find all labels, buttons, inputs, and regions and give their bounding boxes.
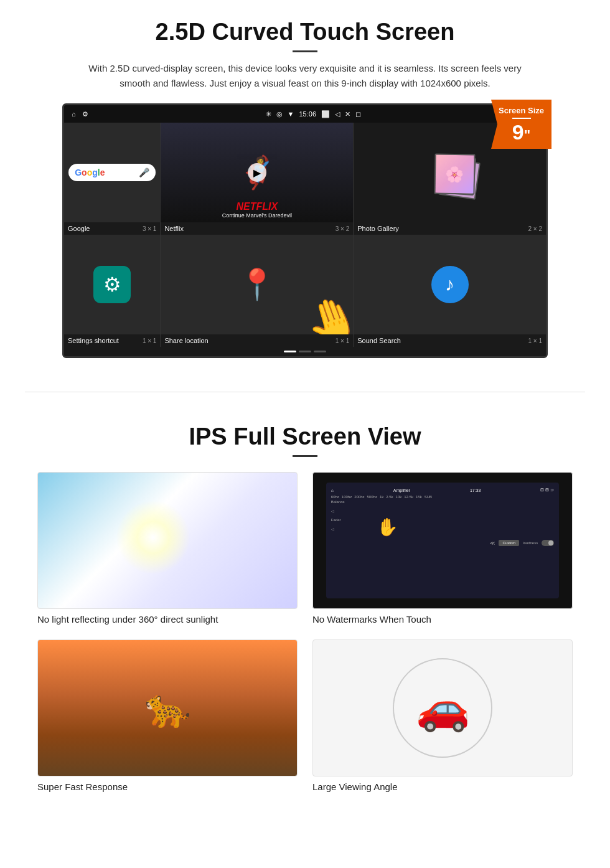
wifi-icon: ▼: [288, 110, 294, 118]
amplifier-image: ⌂ Amplifier 17:33 ⊡ ⊟ ⊃ 60hz100hz200hz50…: [312, 472, 573, 609]
feature-item-amplifier: ⌂ Amplifier 17:33 ⊡ ⊟ ⊃ 60hz100hz200hz50…: [312, 472, 573, 625]
app-cell-netflix[interactable]: 🦸 ▶ NETFLIX Continue Marvel's Daredevil …: [161, 123, 354, 235]
amp-home-icon: ⌂: [331, 488, 334, 493]
section1-description: With 2.5D curved-display screen, this de…: [87, 61, 523, 91]
feature-grid: No light reflecting under 360° direct su…: [37, 472, 573, 792]
feature-label-angle: Large Viewing Angle: [312, 781, 573, 792]
google-label-row: Google 3 × 1: [64, 222, 160, 235]
app-grid-row2: ⚙ Settings shortcut 1 × 1 📍 🤚: [64, 235, 546, 347]
section-separator: [25, 392, 585, 392]
badge-label: Screen Size: [499, 106, 544, 115]
music-note-icon: ♪: [445, 274, 454, 295]
share-app-name: Share location: [164, 337, 208, 344]
share-preview: 📍 🤚: [161, 235, 353, 334]
feature-item-sunlight: No light reflecting under 360° direct su…: [37, 472, 298, 625]
app-cell-sound[interactable]: ♪ Sound Search 1 × 1: [354, 235, 546, 347]
dot-2: [299, 351, 311, 352]
camera-icon: ⬜: [321, 110, 330, 118]
app-grid-row1: Google 🎤 Google 3 × 1 🦸: [64, 123, 546, 235]
gallery-app-dim: 2 × 2: [528, 225, 542, 232]
bluetooth-icon: ✳: [266, 110, 271, 118]
amp-icons: ⊡ ⊟ ⊃: [540, 488, 554, 493]
amp-freq-labels: 60hz100hz200hz500hz1k2.5k10k12.5k15kSUB: [331, 495, 554, 499]
netflix-preview: 🦸 ▶ NETFLIX Continue Marvel's Daredevil: [161, 123, 353, 222]
share-app-dim: 1 × 1: [336, 337, 350, 344]
section2-title: IPS Full Screen View: [37, 423, 573, 450]
feature-item-cheetah: 🐆 Super Fast Response: [37, 639, 298, 792]
amp-equalizer: [351, 500, 373, 537]
gear-icon: ⚙: [103, 273, 121, 296]
status-center: ✳ ◎ ▼ 15:06 ⬜ ◁ ✕ ◻: [88, 110, 538, 118]
sound-label-row: Sound Search 1 × 1: [354, 334, 546, 347]
app-cell-share[interactable]: 📍 🤚 Share location 1 × 1: [161, 235, 354, 347]
netflix-subtitle: Continue Marvel's Daredevil: [166, 212, 348, 219]
play-button[interactable]: ▶: [248, 163, 266, 182]
amp-side-labels: Balance◁Fader◁: [331, 500, 350, 537]
cheetah-emoji: 🐆: [144, 686, 191, 730]
settings-label-row: Settings shortcut 1 × 1: [64, 334, 160, 347]
custom-button[interactable]: Custom: [499, 540, 519, 546]
netflix-label-row: Netflix 3 × 2: [161, 222, 353, 235]
device-mockup: Screen Size 9" ⌂ ⚙ ✳ ◎ ▼ 15:06 ⬜ ◁: [62, 103, 548, 358]
google-logo: Google: [75, 167, 105, 177]
google-app-dim: 3 × 1: [143, 225, 157, 232]
amp-time: 17:33: [470, 488, 481, 493]
status-left: ⌂ ⚙: [72, 110, 88, 118]
amp-title: Amplifier: [393, 488, 410, 493]
settings-icon-circle: ⚙: [93, 266, 131, 303]
section1-title: 2.5D Curved Touch Screen: [37, 19, 573, 45]
car-circle: 🚗: [393, 658, 492, 758]
loudness-label: loudness: [523, 541, 538, 545]
section-ips: IPS Full Screen View No light reflecting…: [0, 411, 610, 811]
loudness-toggle[interactable]: [542, 540, 554, 546]
google-preview: Google 🎤: [64, 123, 160, 222]
title-divider: [293, 50, 317, 52]
feature-item-car: 🚗 Large Viewing Angle: [312, 639, 573, 792]
netflix-app-dim: 3 × 2: [336, 225, 350, 232]
section-curved-screen: 2.5D Curved Touch Screen With 2.5D curve…: [0, 0, 610, 373]
amp-sliders-area: Balance◁Fader◁: [331, 500, 554, 537]
usb-icon: ⚙: [82, 110, 88, 118]
device-screen: ⌂ ⚙ ✳ ◎ ▼ 15:06 ⬜ ◁ ✕ ◻: [62, 103, 548, 358]
volume-icon: ◁: [335, 110, 340, 118]
location-icon: ◎: [276, 110, 283, 118]
sound-preview: ♪: [354, 235, 546, 334]
app-cell-google[interactable]: Google 🎤 Google 3 × 1: [64, 123, 161, 235]
hand-pointer-icon: 🤚: [298, 288, 353, 334]
feature-label-watermarks: No Watermarks When Touch: [312, 614, 573, 625]
google-maps-icon: 📍: [238, 267, 276, 302]
cheetah-image: 🐆: [37, 639, 298, 776]
badge-size: 9": [499, 121, 544, 143]
sound-app-dim: 1 × 1: [528, 337, 542, 344]
close-icon: ✕: [345, 110, 350, 118]
section2-divider: [293, 455, 317, 457]
netflix-app-name: Netflix: [164, 225, 184, 232]
photo-card-2: 🌸: [434, 153, 475, 194]
home-icon: ⌂: [72, 110, 76, 118]
window-icon: ◻: [355, 110, 361, 118]
feature-label-sunlight: No light reflecting under 360° direct su…: [37, 614, 298, 625]
dot-indicators: [64, 347, 546, 356]
gallery-app-name: Photo Gallery: [357, 225, 399, 232]
time-display: 15:06: [299, 110, 317, 118]
music-icon-circle: ♪: [431, 266, 469, 303]
dot-3: [314, 351, 326, 352]
sound-app-name: Sound Search: [357, 337, 401, 344]
google-app-name: Google: [68, 225, 90, 232]
screen-size-badge: Screen Size 9": [491, 100, 551, 149]
google-search-bar[interactable]: Google 🎤: [68, 164, 156, 181]
sunlight-image: [37, 472, 298, 609]
amp-screen: ⌂ Amplifier 17:33 ⊡ ⊟ ⊃ 60hz100hz200hz50…: [326, 483, 559, 598]
amp-top-bar: ⌂ Amplifier 17:33 ⊡ ⊟ ⊃: [331, 488, 554, 493]
netflix-logo: NETFLIX: [166, 201, 348, 212]
photo-stack: 🌸: [425, 148, 475, 197]
microphone-icon: 🎤: [139, 167, 149, 177]
app-cell-settings[interactable]: ⚙ Settings shortcut 1 × 1: [64, 235, 161, 347]
car-image: 🚗: [312, 639, 573, 776]
settings-app-name: Settings shortcut: [68, 337, 119, 344]
share-label-row: Share location 1 × 1: [161, 334, 353, 347]
status-bar: ⌂ ⚙ ✳ ◎ ▼ 15:06 ⬜ ◁ ✕ ◻: [64, 105, 546, 123]
car-top-view-icon: 🚗: [416, 682, 470, 734]
amp-back-icon: ≪: [490, 540, 495, 546]
feature-label-response: Super Fast Response: [37, 781, 298, 792]
